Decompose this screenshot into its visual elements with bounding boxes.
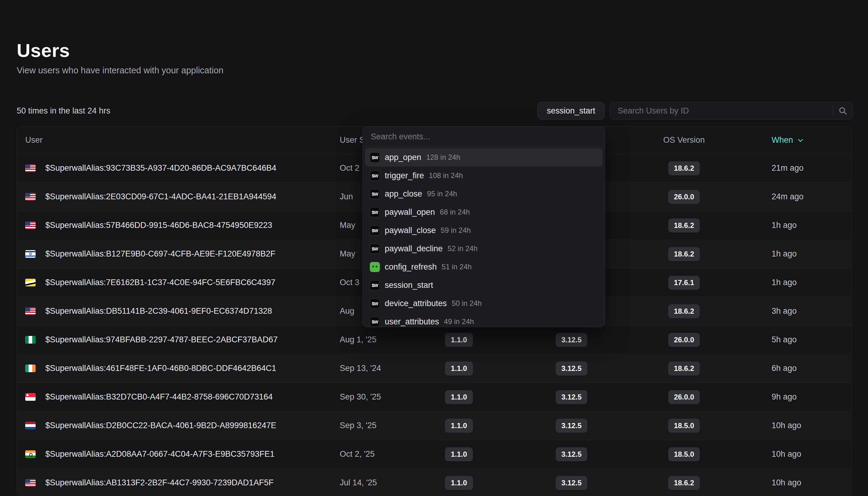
- app-version-cell: 1.1.0: [407, 390, 511, 404]
- event-option[interactable]: $W paywall_close 59 in 24h: [365, 221, 602, 239]
- event-name: config_refresh: [385, 262, 437, 272]
- event-list: $W app_open 128 in 24h $W trigger_fire 1…: [363, 147, 605, 327]
- user-alias-id: $SuperwallAlias:461F48FE-1AF0-46B0-8DBC-…: [45, 363, 276, 373]
- controls-row: 50 times in the last 24 hrs session_star…: [17, 102, 853, 120]
- os-version-badge: 18.5.0: [668, 447, 700, 461]
- sdk-version-cell: 3.12.5: [511, 447, 632, 461]
- table-row[interactable]: $SuperwallAlias:B32D7CB0-A4F7-44B2-8758-…: [17, 383, 851, 411]
- user-cell: $SuperwallAlias:B32D7CB0-A4F7-44B2-8758-…: [17, 392, 340, 402]
- os-version-cell: 18.6.2: [632, 476, 736, 490]
- when-cell: 1h ago: [736, 249, 852, 259]
- table-row[interactable]: $SuperwallAlias:D2B0CC22-BACA-4061-9B2D-…: [17, 411, 851, 440]
- event-name: paywall_close: [385, 226, 436, 235]
- column-header-os-version: OS Version: [632, 135, 736, 145]
- user-cell: $SuperwallAlias:DB51141B-2C39-4061-9EF0-…: [17, 307, 340, 316]
- os-version-badge: 18.6.2: [668, 361, 700, 375]
- os-version-cell: 18.5.0: [632, 447, 736, 461]
- search-icon: [838, 106, 847, 115]
- country-flag-icon: [25, 250, 36, 258]
- app-version-cell: 1.1.0: [407, 361, 511, 375]
- country-flag-icon: [25, 221, 36, 229]
- user-cell: $SuperwallAlias:D2B0CC22-BACA-4061-9B2D-…: [17, 421, 340, 430]
- when-cell: 10h ago: [736, 478, 852, 487]
- event-option[interactable]: $W session_start: [365, 276, 602, 294]
- event-name: session_start: [385, 281, 433, 290]
- user-alias-id: $SuperwallAlias:57B466DD-9915-46D6-BAC8-…: [45, 221, 272, 230]
- when-cell: 1h ago: [736, 221, 852, 230]
- os-version-badge: 26.0.0: [668, 390, 700, 404]
- table-row[interactable]: $SuperwallAlias:AB1313F2-2B2F-44C7-9930-…: [17, 468, 851, 496]
- os-version-badge: 18.6.2: [668, 304, 700, 318]
- os-version-cell: 17.6.1: [632, 276, 736, 290]
- app-version-cell: 1.1.0: [407, 447, 511, 461]
- country-flag-icon: [25, 336, 36, 343]
- table-row[interactable]: $SuperwallAlias:461F48FE-1AF0-46B0-8DBC-…: [17, 354, 851, 383]
- user-alias-id: $SuperwallAlias:B127E9B0-C697-4CFB-AE9E-…: [45, 249, 275, 259]
- country-flag-icon: [25, 279, 36, 286]
- event-option[interactable]: $W paywall_decline 52 in 24h: [365, 239, 602, 258]
- event-option[interactable]: $W paywall_open 68 in 24h: [365, 203, 602, 221]
- page-title: Users: [17, 40, 853, 61]
- event-count: 108 in 24h: [429, 171, 463, 180]
- event-option[interactable]: config_refresh 51 in 24h: [365, 258, 602, 276]
- event-name: device_attributes: [385, 299, 447, 308]
- superwall-logo-icon: $W: [370, 280, 380, 290]
- app-version-badge: 1.1.0: [445, 333, 472, 347]
- page-subtitle: View users who have interacted with your…: [17, 65, 853, 76]
- country-flag-icon: [25, 365, 36, 372]
- os-version-badge: 26.0.0: [668, 333, 700, 347]
- event-filter-button[interactable]: session_start: [537, 102, 605, 120]
- event-name: user_attributes: [385, 317, 439, 326]
- user-cell: $SuperwallAlias:461F48FE-1AF0-46B0-8DBC-…: [17, 363, 340, 373]
- when-cell: 21m ago: [736, 164, 852, 173]
- user-cell: $SuperwallAlias:B127E9B0-C697-4CFB-AE9E-…: [17, 249, 340, 259]
- user-cell: $SuperwallAlias:93C73B35-A937-4D20-86DB-…: [17, 164, 340, 173]
- event-search-container: [363, 127, 605, 147]
- search-events-input[interactable]: [371, 132, 597, 141]
- superwall-logo-icon: $W: [370, 317, 380, 327]
- sdk-version-cell: 3.12.5: [511, 361, 632, 375]
- column-header-when-sort[interactable]: When: [736, 135, 852, 145]
- os-version-badge: 18.6.2: [668, 247, 700, 261]
- event-name: trigger_fire: [385, 171, 424, 181]
- event-filter-dropdown: $W app_open 128 in 24h $W trigger_fire 1…: [363, 126, 605, 327]
- event-option[interactable]: $W user_attributes 49 in 24h: [365, 312, 602, 327]
- event-option[interactable]: $W device_attributes 50 in 24h: [365, 294, 602, 312]
- search-divider: [833, 106, 833, 116]
- app-version-badge: 1.1.0: [445, 447, 472, 461]
- event-count: 50 in 24h: [452, 299, 482, 308]
- superwall-logo-icon: $W: [370, 244, 380, 254]
- event-count-summary: 50 times in the last 24 hrs: [17, 106, 110, 115]
- event-name: app_close: [385, 189, 422, 199]
- app-version-badge: 1.1.0: [445, 476, 472, 490]
- user-alias-id: $SuperwallAlias:974BFABB-2297-4787-BEEC-…: [45, 335, 278, 344]
- user-alias-id: $SuperwallAlias:A2D08AA7-0667-4C04-A7F3-…: [45, 449, 274, 459]
- when-cell: 24m ago: [736, 192, 852, 201]
- user-alias-id: $SuperwallAlias:7E6162B1-1C37-4C0E-94FC-…: [45, 278, 275, 287]
- os-version-cell: 18.5.0: [632, 419, 736, 433]
- search-users-input[interactable]: [618, 106, 828, 115]
- user-alias-id: $SuperwallAlias:D2B0CC22-BACA-4061-9B2D-…: [45, 421, 276, 430]
- when-cell: 10h ago: [736, 421, 852, 430]
- event-count: 59 in 24h: [441, 226, 471, 235]
- table-row[interactable]: $SuperwallAlias:A2D08AA7-0667-4C04-A7F3-…: [17, 440, 851, 468]
- user-cell: $SuperwallAlias:57B466DD-9915-46D6-BAC8-…: [17, 221, 340, 230]
- country-flag-icon: [25, 193, 36, 201]
- event-option[interactable]: $W trigger_fire 108 in 24h: [365, 167, 602, 185]
- sdk-version-cell: 3.12.5: [511, 419, 632, 433]
- event-option[interactable]: $W app_open 128 in 24h: [365, 148, 602, 167]
- user-alias-id: $SuperwallAlias:DB51141B-2C39-4061-9EF0-…: [45, 307, 272, 316]
- event-count: 128 in 24h: [426, 153, 460, 161]
- when-cell: 5h ago: [736, 335, 852, 344]
- superwall-logo-icon: $W: [370, 207, 380, 217]
- when-cell: 1h ago: [736, 278, 852, 287]
- event-count: 68 in 24h: [440, 208, 470, 216]
- table-row[interactable]: $SuperwallAlias:974BFABB-2297-4787-BEEC-…: [17, 325, 851, 354]
- user-cell: $SuperwallAlias:974BFABB-2297-4787-BEEC-…: [17, 335, 340, 344]
- event-count: 51 in 24h: [441, 263, 472, 271]
- os-version-badge: 18.6.2: [668, 161, 700, 175]
- os-version-cell: 18.6.2: [632, 218, 736, 232]
- event-option[interactable]: $W app_close 95 in 24h: [365, 185, 602, 203]
- country-flag-icon: [25, 450, 36, 458]
- event-name: app_open: [385, 153, 421, 162]
